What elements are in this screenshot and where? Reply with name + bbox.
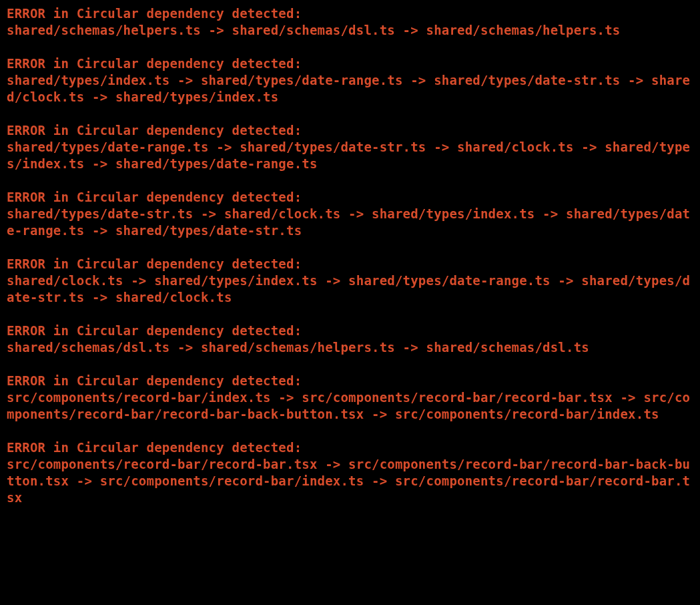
error-header: ERROR in Circular dependency detected: — [7, 256, 302, 271]
error-body: shared/schemas/dsl.ts -> shared/schemas/… — [7, 340, 589, 355]
error-block: ERROR in Circular dependency detected: s… — [7, 189, 695, 239]
error-block: ERROR in Circular dependency detected: s… — [7, 373, 695, 423]
error-body: shared/types/index.ts -> shared/types/da… — [7, 73, 690, 104]
error-header: ERROR in Circular dependency detected: — [7, 123, 302, 138]
error-body: shared/schemas/helpers.ts -> shared/sche… — [7, 23, 620, 37]
error-block: ERROR in Circular dependency detected: s… — [7, 256, 695, 306]
error-header: ERROR in Circular dependency detected: — [7, 6, 302, 21]
terminal-output: ERROR in Circular dependency detected: s… — [0, 0, 700, 512]
error-block: ERROR in Circular dependency detected: s… — [7, 55, 695, 106]
error-body: shared/clock.ts -> shared/types/index.ts… — [7, 273, 690, 305]
error-header: ERROR in Circular dependency detected: — [7, 323, 302, 338]
error-block: ERROR in Circular dependency detected: s… — [7, 5, 695, 39]
error-header: ERROR in Circular dependency detected: — [7, 440, 302, 455]
error-body: src/components/record-bar/record-bar.tsx… — [7, 457, 690, 505]
error-body: shared/types/date-str.ts -> shared/clock… — [7, 206, 690, 238]
error-block: ERROR in Circular dependency detected: s… — [7, 122, 695, 172]
error-header: ERROR in Circular dependency detected: — [7, 373, 302, 388]
error-header: ERROR in Circular dependency detected: — [7, 190, 302, 204]
error-block: ERROR in Circular dependency detected: s… — [7, 323, 695, 356]
error-block: ERROR in Circular dependency detected: s… — [7, 439, 695, 506]
error-header: ERROR in Circular dependency detected: — [7, 56, 302, 71]
error-body: shared/types/date-range.ts -> shared/typ… — [7, 140, 690, 171]
error-body: src/components/record-bar/index.ts -> sr… — [7, 390, 690, 421]
